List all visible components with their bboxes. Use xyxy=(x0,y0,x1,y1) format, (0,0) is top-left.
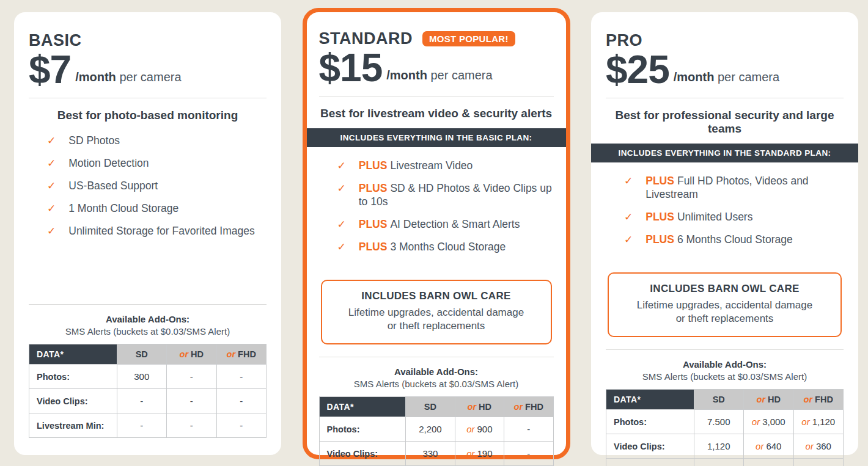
cell-fhd: - xyxy=(216,365,266,389)
table-header-data: DATA* xyxy=(319,397,406,417)
feature-item: ✓1 Month Cloud Storage xyxy=(47,202,267,216)
most-popular-badge: MOST POPULAR! xyxy=(422,31,515,47)
feature-item: ✓PLUS6 Months Cloud Storage xyxy=(624,233,844,247)
plan-title-row: PRO xyxy=(606,32,844,49)
feature-item: ✓US-Based Support xyxy=(47,180,267,193)
table-header-sd: SD xyxy=(117,344,166,365)
cell-sd: 100 xyxy=(694,459,743,466)
cell-fhd: or360 xyxy=(793,434,843,459)
addons-section: Available Add-Ons: SMS Alerts (buckets a… xyxy=(606,337,844,466)
cell-hd: or640 xyxy=(744,434,793,459)
cell-fhd: - xyxy=(216,389,266,413)
data-allowance-table: DATA* SD orHD orFHD Photos: 300 - - Vide… xyxy=(29,344,267,438)
table-row-video-clips: Video Clips: - - - xyxy=(29,389,267,413)
cell-sd: 2,200 xyxy=(406,417,455,442)
plan-price-row: $15 /month per camera xyxy=(319,52,554,84)
table-header-sd: SD xyxy=(406,397,455,417)
per-month-label: /month xyxy=(674,70,715,84)
row-label: Photos: xyxy=(606,410,694,434)
addons-title: Available Add-Ons: xyxy=(319,366,554,377)
divider xyxy=(606,98,844,98)
care-text: Lifetime upgrades, accidental damageor t… xyxy=(615,299,834,326)
plan-title-row: BASIC xyxy=(29,32,267,49)
table-header-row: DATA* SD orHD orFHD xyxy=(319,397,553,417)
per-camera-label: per camera xyxy=(119,70,181,84)
plan-card-basic: BASIC $7 /month per camera Best for phot… xyxy=(14,12,281,455)
plan-price: $15 xyxy=(319,52,383,84)
table-header-data: DATA* xyxy=(606,390,694,410)
row-label: Video Clips: xyxy=(29,389,117,413)
plus-label: PLUS xyxy=(359,241,388,253)
plan-price-suffix: /month per camera xyxy=(386,68,492,84)
cell-fhd: or1,120 xyxy=(793,410,843,434)
plus-label: PLUS xyxy=(645,211,674,223)
cell-hd: or900 xyxy=(455,417,504,442)
plan-price-row: $7 /month per camera xyxy=(29,54,267,86)
row-label: Livestream Min: xyxy=(606,459,694,466)
table-row-livestream: Livestream Min: 100 or50 or30 xyxy=(606,459,844,466)
table-header-fhd: orFHD xyxy=(504,397,553,417)
cell-sd: 1,120 xyxy=(694,434,743,459)
plan-tagline: Best for livestream video & security ale… xyxy=(319,107,554,120)
row-label: Photos: xyxy=(319,417,406,442)
addons-subtitle: SMS Alerts (buckets at $0.03/SMS Alert) xyxy=(606,371,844,382)
pricing-plans-row: BASIC $7 /month per camera Best for phot… xyxy=(0,0,868,466)
table-header-row: DATA* SD orHD orFHD xyxy=(606,390,844,410)
feature-item: ✓PLUSLivestream Video xyxy=(337,159,554,173)
row-label: Photos: xyxy=(29,365,117,389)
addons-subtitle: SMS Alerts (buckets at $0.03/SMS Alert) xyxy=(29,326,267,337)
feature-text: PLUS3 Months Cloud Storage xyxy=(359,241,506,254)
addons-section: Available Add-Ons: SMS Alerts (buckets a… xyxy=(319,344,554,466)
addons-section: Available Add-Ons: SMS Alerts (buckets a… xyxy=(29,292,267,438)
per-month-label: /month xyxy=(75,70,116,84)
row-label: Video Clips: xyxy=(319,442,406,466)
feature-text: PLUSAI Detection & Smart Alerts xyxy=(359,218,520,231)
plan-tagline: Best for photo-based monitoring xyxy=(29,109,267,122)
table-header-row: DATA* SD orHD orFHD xyxy=(29,344,267,365)
feature-text: 1 Month Cloud Storage xyxy=(68,202,178,216)
barn-owl-care-box: INCLUDES BARN OWL CARE Lifetime upgrades… xyxy=(321,280,552,344)
cell-fhd: - xyxy=(216,413,266,438)
table-header-fhd: orFHD xyxy=(793,390,843,410)
plan-name: PRO xyxy=(606,32,642,49)
cell-hd: - xyxy=(167,413,216,438)
table-header-fhd: orFHD xyxy=(216,344,266,365)
addons-title: Available Add-Ons: xyxy=(29,314,267,324)
feature-text: PLUSSD & HD Photos & Video Clips up to 1… xyxy=(359,182,554,209)
plus-label: PLUS xyxy=(645,175,674,187)
feature-item: ✓PLUSSD & HD Photos & Video Clips up to … xyxy=(337,182,554,209)
table-row-photos: Photos: 300 - - xyxy=(29,365,267,389)
feature-item: ✓PLUSUnlimited Users xyxy=(624,211,844,224)
cell-hd: or190 xyxy=(455,442,504,466)
table-header-data: DATA* xyxy=(29,344,117,365)
divider xyxy=(319,96,554,96)
check-icon: ✓ xyxy=(337,218,346,231)
plan-price: $7 xyxy=(29,54,71,86)
check-icon: ✓ xyxy=(47,225,56,238)
plan-card-pro: PRO $25 /month per camera Best for profe… xyxy=(591,12,858,455)
plan-name: STANDARD xyxy=(319,31,413,47)
feature-list: ✓PLUSFull HD Photos, Videos and Livestre… xyxy=(606,175,844,256)
divider xyxy=(606,349,844,350)
plan-tagline: Best for professional security and large… xyxy=(606,109,844,136)
feature-item: ✓PLUSFull HD Photos, Videos and Livestre… xyxy=(624,175,844,202)
feature-item: ✓PLUS3 Months Cloud Storage xyxy=(337,241,554,254)
plan-price-suffix: /month per camera xyxy=(674,70,779,86)
feature-text: SD Photos xyxy=(68,134,120,148)
addons-subtitle: SMS Alerts (buckets at $0.03/SMS Alert) xyxy=(319,379,554,389)
cell-fhd: or30 xyxy=(793,459,843,466)
table-header-hd: orHD xyxy=(455,397,504,417)
check-icon: ✓ xyxy=(47,134,56,147)
barn-owl-care-box: INCLUDES BARN OWL CARE Lifetime upgrades… xyxy=(608,272,842,337)
addons-title: Available Add-Ons: xyxy=(606,359,844,370)
feature-text: Motion Detection xyxy=(68,157,149,170)
feature-text: Unlimited Storage for Favorited Images xyxy=(68,225,254,238)
plan-name: BASIC xyxy=(29,32,82,49)
plan-price-suffix: /month per camera xyxy=(75,70,181,86)
feature-text: PLUS6 Months Cloud Storage xyxy=(645,233,792,247)
cell-sd: 300 xyxy=(117,365,166,389)
data-allowance-table: DATA* SD orHD orFHD Photos: 2,200 or900 … xyxy=(319,396,554,466)
table-row-video-clips: Video Clips: 1,120 or640 or360 xyxy=(606,434,844,459)
plan-price: $25 xyxy=(606,54,669,86)
feature-item: ✓PLUSAI Detection & Smart Alerts xyxy=(337,218,554,231)
